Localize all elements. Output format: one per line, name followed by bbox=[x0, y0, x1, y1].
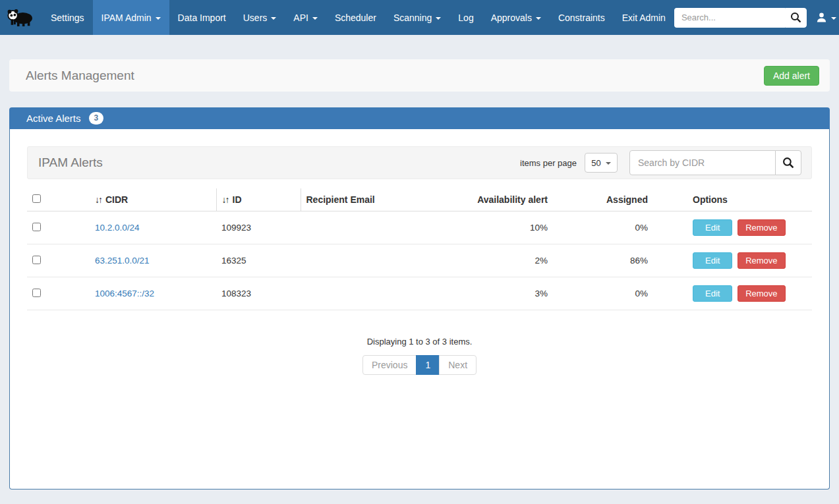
availability-value: 3% bbox=[462, 277, 553, 310]
cidr-search-group bbox=[629, 150, 801, 175]
cidr-search-input[interactable] bbox=[629, 150, 776, 175]
availability-value: 2% bbox=[462, 244, 553, 277]
top-navbar: Settings IPAM Admin Data Import Users AP… bbox=[0, 0, 839, 35]
alert-id: 16325 bbox=[216, 244, 301, 277]
recipient-email bbox=[301, 211, 462, 244]
cidr-link[interactable]: 10.2.0.0/24 bbox=[95, 223, 140, 233]
items-per-page-label: items per page bbox=[520, 158, 577, 168]
cidr-link[interactable]: 1006:4567::/32 bbox=[95, 289, 154, 298]
app-logo[interactable] bbox=[5, 0, 42, 35]
search-icon bbox=[790, 12, 801, 23]
sort-icon[interactable]: ↓↑ bbox=[222, 194, 229, 205]
panel-heading: Active Alerts 3 bbox=[9, 107, 830, 129]
nav-item-constraints[interactable]: Constraints bbox=[550, 0, 614, 35]
column-header-cidr[interactable]: ↓↑CIDR bbox=[90, 188, 216, 211]
assigned-value: 86% bbox=[553, 244, 653, 277]
nav-item-users[interactable]: Users bbox=[235, 0, 285, 35]
cidr-link[interactable]: 63.251.0.0/21 bbox=[95, 256, 150, 266]
pagination: Previous 1 Next bbox=[362, 355, 477, 375]
chevron-down-icon bbox=[271, 17, 276, 20]
nav-item-log[interactable]: Log bbox=[449, 0, 482, 35]
previous-page-button[interactable]: Previous bbox=[362, 355, 417, 375]
remove-button[interactable]: Remove bbox=[738, 285, 785, 302]
sort-icon[interactable]: ↓↑ bbox=[95, 194, 101, 205]
remove-button[interactable]: Remove bbox=[738, 252, 785, 269]
global-search bbox=[674, 8, 807, 28]
column-header-email: Recipient Email bbox=[301, 188, 462, 211]
alerts-table: ↓↑CIDR ↓↑ID Recipient Email Availability… bbox=[27, 188, 812, 310]
nav-item-scanning[interactable]: Scanning bbox=[385, 0, 449, 35]
chevron-down-icon bbox=[436, 17, 441, 20]
global-search-input[interactable] bbox=[674, 8, 785, 28]
remove-button[interactable]: Remove bbox=[738, 219, 785, 236]
results-summary: Displaying 1 to 3 of 3 items. bbox=[27, 337, 812, 347]
column-header-assigned: Assigned bbox=[553, 188, 653, 211]
table-title: IPAM Alerts bbox=[38, 155, 103, 170]
next-page-button[interactable]: Next bbox=[439, 355, 477, 375]
global-search-button[interactable] bbox=[785, 8, 807, 28]
add-alert-button[interactable]: Add alert bbox=[764, 66, 819, 86]
chevron-down-icon bbox=[312, 17, 318, 20]
page-title: Alerts Management bbox=[26, 69, 134, 83]
recipient-email bbox=[301, 244, 462, 277]
recipient-email bbox=[301, 277, 462, 310]
items-per-page-select[interactable]: 50 bbox=[585, 153, 618, 173]
panda-logo-icon bbox=[5, 5, 36, 30]
chevron-down-icon bbox=[156, 17, 161, 20]
row-checkbox[interactable] bbox=[32, 223, 41, 231]
nav-item-api[interactable]: API bbox=[285, 0, 326, 35]
alert-id: 108323 bbox=[216, 277, 301, 310]
chevron-down-icon bbox=[536, 17, 541, 20]
edit-button[interactable]: Edit bbox=[693, 285, 732, 302]
column-header-id[interactable]: ↓↑ID bbox=[216, 188, 301, 211]
row-checkbox[interactable] bbox=[32, 256, 41, 264]
user-menu[interactable] bbox=[813, 12, 839, 23]
page-header: Alerts Management Add alert bbox=[9, 59, 830, 92]
table-toolbar: IPAM Alerts items per page 50 bbox=[27, 146, 812, 179]
column-header-availability: Availability alert bbox=[462, 188, 553, 211]
alert-count-badge: 3 bbox=[89, 112, 104, 124]
chevron-down-icon bbox=[831, 17, 836, 20]
table-header-row: ↓↑CIDR ↓↑ID Recipient Email Availability… bbox=[27, 188, 812, 211]
column-header-options: Options bbox=[653, 188, 812, 211]
nav-item-ipam-admin[interactable]: IPAM Admin bbox=[93, 0, 169, 35]
nav-item-approvals[interactable]: Approvals bbox=[482, 0, 550, 35]
table-row: 10.2.0.0/24 109923 10% 0% Edit Remove bbox=[27, 211, 812, 244]
row-checkbox[interactable] bbox=[32, 289, 41, 297]
nav-item-exit-admin[interactable]: Exit Admin bbox=[614, 0, 674, 35]
assigned-value: 0% bbox=[553, 277, 653, 310]
edit-button[interactable]: Edit bbox=[693, 219, 732, 236]
select-all-checkbox[interactable] bbox=[32, 194, 41, 203]
active-alerts-panel: Active Alerts 3 IPAM Alerts items per pa… bbox=[9, 107, 830, 490]
table-row: 63.251.0.0/21 16325 2% 86% Edit Remove bbox=[27, 244, 812, 277]
availability-value: 10% bbox=[462, 211, 553, 244]
cidr-search-button[interactable] bbox=[775, 150, 801, 175]
nav-item-settings[interactable]: Settings bbox=[42, 0, 93, 35]
search-icon bbox=[782, 157, 794, 169]
nav-menu: Settings IPAM Admin Data Import Users AP… bbox=[42, 0, 674, 35]
table-row: 1006:4567::/32 108323 3% 0% Edit Remove bbox=[27, 277, 812, 310]
panel-title: Active Alerts bbox=[26, 113, 81, 124]
edit-button[interactable]: Edit bbox=[693, 252, 732, 269]
user-icon bbox=[816, 12, 827, 23]
panel-body: IPAM Alerts items per page 50 bbox=[9, 129, 830, 490]
assigned-value: 0% bbox=[553, 211, 653, 244]
chevron-down-icon bbox=[606, 162, 611, 165]
nav-item-data-import[interactable]: Data Import bbox=[169, 0, 235, 35]
nav-item-scheduler[interactable]: Scheduler bbox=[326, 0, 385, 35]
page-1-button[interactable]: 1 bbox=[416, 355, 440, 375]
alert-id: 109923 bbox=[216, 211, 301, 244]
